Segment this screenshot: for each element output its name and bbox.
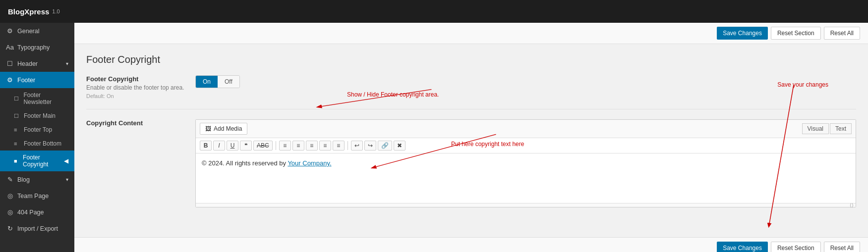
resize-icon: ⟨⟩ (850, 202, 854, 208)
topbar: BlogXpress 1.0 (0, 0, 868, 23)
sidebar-label-footer-top: Footer Top (24, 126, 52, 133)
sidebar-item-header[interactable]: ☐ Header ▾ (0, 55, 74, 72)
toolbar-italic[interactable]: I (213, 141, 225, 151)
sidebar-item-general[interactable]: ⚙ General (0, 23, 74, 39)
sidebar-item-import-export[interactable]: ↻ Import / Export (0, 220, 74, 237)
sidebar-label-footer-newsletter: Footer Newsletter (23, 92, 68, 105)
sidebar-label-footer-bottom: Footer Bottom (24, 140, 61, 147)
text-view-button[interactable]: Text (830, 123, 852, 134)
reset-section-button-bottom[interactable]: Reset Section (771, 242, 821, 252)
editor-toolbar: B I U ❝ ABC ≡ ≡ ≡ ≡ ≡ ↩ (196, 138, 856, 153)
toolbar-ul[interactable]: ≡ (279, 141, 291, 151)
add-media-icon: 🖼 (205, 125, 211, 132)
footer-copyright-row: Footer Copyright Enable or disable the f… (86, 75, 856, 109)
app-version: 1.0 (52, 8, 59, 14)
sidebar-item-footer-top[interactable]: ≡ Footer Top (0, 123, 74, 137)
view-buttons: Visual Text (802, 123, 852, 134)
import-export-icon: ↻ (6, 225, 14, 232)
sidebar-label-404-page: 404 Page (17, 209, 44, 216)
sidebar-item-team-page[interactable]: ◎ Team Page (0, 188, 74, 204)
gear-icon: ⚙ (6, 27, 14, 35)
footer-copyright-description: Enable or disable the footer top area. (86, 84, 195, 91)
bottom-action-bar: Save Changes Reset Section Reset All (74, 237, 868, 252)
footer-top-icon: ≡ (14, 127, 21, 133)
reset-all-button-bottom[interactable]: Reset All (824, 242, 860, 252)
save-changes-button-bottom[interactable]: Save Changes (717, 242, 768, 252)
footer-copyright-label-group: Footer Copyright Enable or disable the f… (86, 75, 195, 99)
sidebar-item-footer-copyright[interactable]: ■ Footer Copyright ◀ (0, 151, 74, 171)
sidebar-item-blog[interactable]: ✎ Blog ▾ (0, 171, 74, 188)
sidebar-item-footer-newsletter[interactable]: ☐ Footer Newsletter (0, 88, 74, 109)
page-404-icon: ◎ (6, 208, 14, 216)
add-media-button[interactable]: 🖼 Add Media (200, 123, 247, 135)
sidebar: ⚙ General Aa Typography ☐ Header ▾ ⚙ Foo… (0, 23, 74, 252)
sidebar-label-blog: Blog (17, 176, 30, 183)
toolbar-separator-1 (276, 141, 276, 150)
toolbar-ol[interactable]: ≡ (292, 141, 304, 151)
sidebar-item-footer-bottom[interactable]: ≡ Footer Bottom (0, 137, 74, 151)
team-page-icon: ◎ (6, 192, 14, 200)
toolbar-strikethrough[interactable]: ABC (253, 141, 273, 151)
content-area: Footer Copyright Footer Copyright Enable… (74, 44, 868, 237)
toggle-off-button[interactable]: Off (218, 76, 239, 88)
visual-view-button[interactable]: Visual (802, 123, 829, 134)
save-changes-button-top[interactable]: Save Changes (717, 27, 768, 40)
toolbar-align-right[interactable]: ≡ (333, 141, 345, 151)
chevron-blog-icon: ▾ (66, 177, 68, 182)
sidebar-label-import-export: Import / Export (17, 225, 58, 232)
newsletter-icon: ☐ (14, 96, 20, 102)
typography-icon: Aa (6, 44, 14, 51)
copyright-content-label: Copyright Content (86, 119, 195, 127)
copyright-content-label-group: Copyright Content (86, 119, 195, 128)
sidebar-item-footer-main[interactable]: ☐ Footer Main (0, 109, 74, 123)
editor-topbar: 🖼 Add Media Visual Text (196, 120, 856, 138)
sidebar-label-header: Header (17, 60, 38, 67)
toolbar-redo[interactable]: ↪ (364, 141, 376, 151)
toolbar-bold[interactable]: B (200, 141, 212, 151)
chevron-down-icon: ▾ (66, 61, 68, 66)
toolbar-quote[interactable]: ❝ (240, 141, 252, 151)
reset-all-button-top[interactable]: Reset All (824, 27, 860, 40)
blog-icon: ✎ (6, 176, 14, 183)
footer-copyright-icon: ■ (14, 158, 20, 164)
add-media-label: Add Media (214, 125, 242, 132)
sidebar-item-404-page[interactable]: ◎ 404 Page (0, 204, 74, 220)
toolbar-align-left[interactable]: ≡ (306, 141, 318, 151)
copyright-content-control: 🖼 Add Media Visual Text B I U (195, 119, 856, 207)
company-link[interactable]: Your Company. (288, 159, 331, 167)
footer-copyright-control: On Off (195, 75, 856, 88)
main-content: Save Changes Reset Section Reset All Foo… (74, 23, 868, 252)
top-action-bar: Save Changes Reset Section Reset All (74, 23, 868, 44)
sidebar-label-footer-main: Footer Main (24, 112, 56, 119)
main-layout: ⚙ General Aa Typography ☐ Header ▾ ⚙ Foo… (0, 23, 868, 252)
editor-resize-handle[interactable]: ⟨⟩ (196, 203, 856, 207)
toolbar-separator-2 (347, 141, 348, 150)
sidebar-item-typography[interactable]: Aa Typography (0, 39, 74, 55)
footer-icon: ⚙ (6, 76, 14, 84)
footer-copyright-default: Default: On (86, 93, 195, 99)
header-icon: ☐ (6, 60, 14, 67)
collapse-icon: ◀ (64, 157, 68, 164)
copyright-content-row: Copyright Content 🖼 Add Media Visual Tex… (86, 119, 856, 217)
app-logo: BlogXpress (8, 7, 49, 16)
footer-bottom-icon: ≡ (14, 141, 21, 147)
toggle-on-button[interactable]: On (196, 76, 218, 88)
editor-body[interactable]: © 2024. All rights reserved by Your Comp… (196, 153, 856, 203)
toolbar-align-center[interactable]: ≡ (319, 141, 331, 151)
toolbar-link[interactable]: 🔗 (378, 141, 392, 151)
reset-section-button-top[interactable]: Reset Section (771, 27, 821, 40)
toolbar-underline[interactable]: U (227, 141, 238, 151)
sidebar-label-typography: Typography (17, 44, 50, 51)
sidebar-label-general: General (17, 28, 39, 35)
footer-copyright-label-title: Footer Copyright (86, 75, 195, 83)
sidebar-item-footer[interactable]: ⚙ Footer (0, 72, 74, 88)
toolbar-undo[interactable]: ↩ (351, 141, 363, 151)
editor-wrapper: 🖼 Add Media Visual Text B I U (195, 119, 856, 207)
toolbar-unlink[interactable]: ✖ (394, 141, 405, 151)
page-title: Footer Copyright (86, 54, 856, 65)
sidebar-label-footer: Footer (17, 77, 35, 84)
sidebar-label-footer-copyright: Footer Copyright (23, 154, 61, 168)
toggle-group: On Off (195, 75, 240, 88)
footer-main-icon: ☐ (14, 113, 21, 119)
sidebar-label-team-page: Team Page (17, 193, 49, 200)
